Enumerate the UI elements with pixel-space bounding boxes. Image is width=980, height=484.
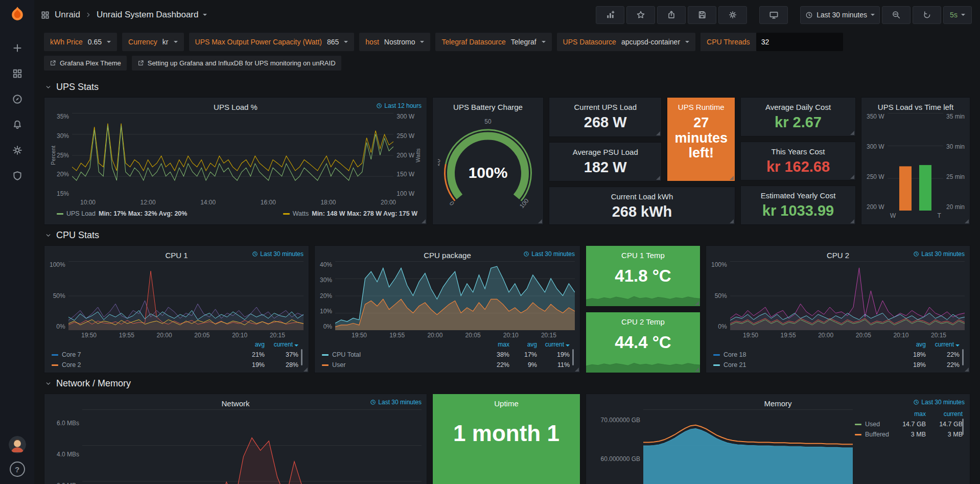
legend-item-user[interactable]: User	[322, 361, 482, 368]
help-button[interactable]: ?	[10, 462, 25, 477]
panel-title[interactable]: Memory	[764, 399, 791, 408]
panel-title[interactable]: Uptime	[494, 399, 519, 408]
breadcrumb-app[interactable]: Unraid	[55, 10, 80, 20]
legend-item-buffered[interactable]: Buffered	[855, 431, 889, 438]
panel-title[interactable]: CPU 1	[165, 251, 188, 260]
panel-resize-handle[interactable]	[850, 219, 854, 223]
panel-title[interactable]: CPU 2 Temp	[621, 317, 665, 326]
row-cpu-stats[interactable]: CPU Stats	[44, 225, 970, 245]
panel-title[interactable]: CPU package	[424, 251, 471, 260]
variable-value[interactable]: 0.65	[88, 38, 102, 46]
legend-scrollbar[interactable]	[962, 349, 964, 365]
sidebar-explore-button[interactable]	[7, 89, 28, 109]
panel-title[interactable]: CPU 2	[827, 251, 849, 260]
variable-currency[interactable]: Currency kr	[122, 33, 183, 51]
ups-load-chart[interactable]	[72, 113, 393, 197]
grafana-logo[interactable]	[8, 5, 27, 25]
save-dashboard-button[interactable]	[688, 6, 716, 24]
user-avatar[interactable]	[9, 436, 26, 453]
star-dashboard-button[interactable]	[626, 6, 655, 24]
dashboard-settings-button[interactable]	[718, 6, 747, 24]
legend-header-current[interactable]: current	[926, 410, 963, 418]
panel-title[interactable]: Average Daily Cost	[765, 103, 831, 111]
panel-resize-handle[interactable]	[538, 219, 542, 223]
legend-scrollbar[interactable]	[572, 349, 574, 365]
legend-item-core-7[interactable]: Core 7	[52, 351, 233, 358]
memory-chart[interactable]	[643, 409, 853, 484]
cpu2-chart[interactable]	[730, 261, 965, 330]
panel-title[interactable]: Estimated Yearly Cost	[761, 191, 836, 200]
ups-bars-chart[interactable]	[888, 113, 943, 211]
legend-scrollbar[interactable]	[301, 349, 302, 365]
dashboard-title[interactable]: Unraid System Dashboard	[97, 10, 198, 20]
variable-cpu-threads[interactable]: CPU Threads	[701, 33, 843, 51]
legend-item-cpu-total[interactable]: CPU Total	[322, 351, 482, 358]
panel-resize-handle[interactable]	[304, 367, 308, 372]
panel-title[interactable]: UPS Load vs Time left	[878, 103, 953, 111]
legend-scrollbar[interactable]	[962, 419, 964, 435]
refresh-interval-picker[interactable]: 5s	[943, 6, 972, 24]
panel-title[interactable]: CPU 1 Temp	[621, 251, 665, 260]
battery-gauge[interactable]: 100% 02050100	[438, 113, 538, 222]
refresh-button[interactable]	[913, 6, 941, 24]
variable-value[interactable]: Nostromo	[384, 38, 415, 46]
cycle-view-mode-button[interactable]	[759, 6, 788, 24]
legend-item-core-21[interactable]: Core 21	[713, 361, 894, 368]
legend-item-core-18[interactable]: Core 18	[713, 351, 894, 358]
panel-title[interactable]: Current Load kWh	[611, 192, 673, 201]
panel-resize-handle[interactable]	[730, 219, 734, 223]
network-chart[interactable]	[82, 409, 422, 484]
panel-title[interactable]: UPS Runtime	[678, 103, 725, 111]
share-dashboard-button[interactable]	[657, 6, 686, 24]
panel-resize-handle[interactable]	[656, 131, 660, 135]
panel-resize-handle[interactable]	[695, 301, 699, 305]
sidebar-dashboards-button[interactable]	[7, 63, 28, 84]
legend-item-ups-load[interactable]: UPS Load Min: 17% Max: 32% Avg: 20%	[57, 210, 187, 217]
legend-item-core-2[interactable]: Core 2	[52, 361, 233, 368]
sidebar-alerting-button[interactable]	[7, 114, 28, 135]
cpu-threads-input[interactable]	[756, 33, 843, 51]
panel-title[interactable]: UPS Load %	[214, 103, 258, 111]
variable-ups-max-output[interactable]: UPS Max Output Power Capacity (Watt) 865	[189, 33, 355, 51]
panel-resize-handle[interactable]	[575, 367, 579, 372]
variable-host[interactable]: host Nostromo	[359, 33, 430, 51]
variable-value[interactable]: Telegraf	[511, 38, 536, 46]
row-ups-stats[interactable]: UPS Stats	[44, 77, 970, 97]
panel-title[interactable]: Network	[221, 399, 249, 408]
legend-header-max[interactable]: max	[482, 341, 509, 348]
variable-kwh-price[interactable]: kWh Price 0.65	[44, 33, 117, 51]
panel-resize-handle[interactable]	[965, 219, 969, 223]
variable-value[interactable]: apcupsd-container	[621, 38, 680, 46]
panel-title[interactable]: UPS Battery Charge	[453, 103, 523, 111]
legend-header-current[interactable]: current	[265, 341, 298, 348]
add-panel-button[interactable]	[596, 6, 624, 24]
legend-item-watts[interactable]: Watts Min: 148 W Max: 278 W Avg: 175 W	[283, 210, 417, 217]
panel-title[interactable]: Average PSU Load	[573, 148, 638, 156]
panel-title[interactable]: This Years Cost	[771, 147, 825, 156]
panel-resize-handle[interactable]	[965, 367, 969, 372]
variable-value[interactable]: 865	[327, 38, 339, 46]
legend-header-max[interactable]: max	[889, 410, 926, 418]
panel-title[interactable]: Current UPS Load	[574, 103, 637, 111]
variable-telegraf-datasource[interactable]: Telegraf Datasource Telegraf	[435, 33, 551, 51]
dashboard-link-ups-monitoring-guide[interactable]: Setting up Grafana and InfluxDB for UPS …	[132, 56, 341, 71]
legend-header-avg[interactable]: avg	[509, 341, 537, 348]
legend-header-avg[interactable]: avg	[233, 341, 265, 348]
cpu-package-chart[interactable]	[335, 261, 575, 330]
legend-header-avg[interactable]: avg	[894, 341, 926, 348]
panel-resize-handle[interactable]	[422, 219, 426, 223]
panel-resize-handle[interactable]	[850, 131, 854, 135]
row-network-memory[interactable]: Network / Memory	[44, 373, 970, 394]
sidebar-create-button[interactable]	[7, 38, 28, 58]
panel-resize-handle[interactable]	[730, 176, 734, 180]
sidebar-admin-button[interactable]	[7, 166, 28, 186]
dashboard-link-grafana-plex-theme[interactable]: Grafana Plex Theme	[44, 56, 127, 71]
sidebar-configuration-button[interactable]	[7, 140, 28, 160]
legend-header-current[interactable]: current	[926, 341, 960, 348]
time-range-picker[interactable]: Last 30 minutes	[800, 6, 880, 24]
legend-header-current[interactable]: current	[537, 341, 570, 348]
panel-resize-handle[interactable]	[695, 367, 699, 372]
cpu1-chart[interactable]	[68, 261, 304, 330]
panel-resize-handle[interactable]	[850, 175, 854, 179]
legend-item-used[interactable]: Used	[855, 421, 889, 428]
